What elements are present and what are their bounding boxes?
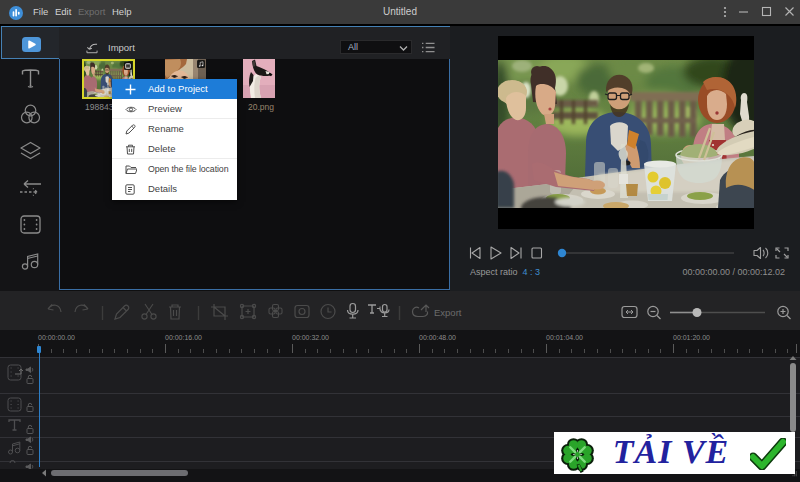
svg-text:Export: Export [434, 307, 462, 318]
